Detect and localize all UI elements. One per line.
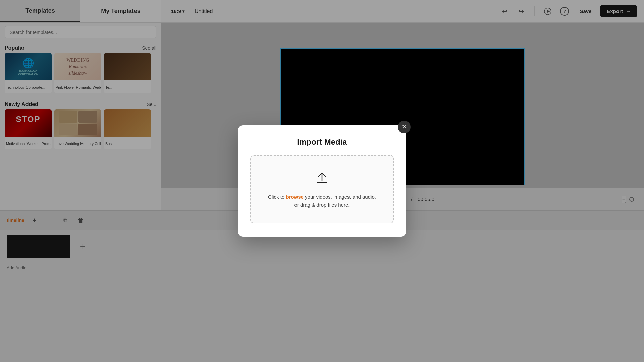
close-modal-button[interactable]: ✕	[398, 121, 411, 133]
drop-text-before: Click to	[268, 194, 286, 200]
drop-text: Click to browse your videos, images, and…	[268, 193, 376, 209]
modal-title: Import Media	[250, 137, 394, 147]
browse-link[interactable]: browse	[286, 194, 304, 200]
upload-icon-container	[313, 169, 331, 188]
import-modal: ✕ Import Media Click to browse your vide…	[238, 125, 406, 237]
close-icon: ✕	[402, 123, 407, 131]
drop-text-after: your videos, images, and audio,	[304, 194, 376, 200]
drop-zone[interactable]: Click to browse your videos, images, and…	[250, 155, 394, 223]
drag-drop-text: or drag & drop files here.	[294, 202, 350, 208]
modal-overlay[interactable]: ✕ Import Media Click to browse your vide…	[0, 0, 644, 362]
upload-icon	[313, 169, 331, 186]
